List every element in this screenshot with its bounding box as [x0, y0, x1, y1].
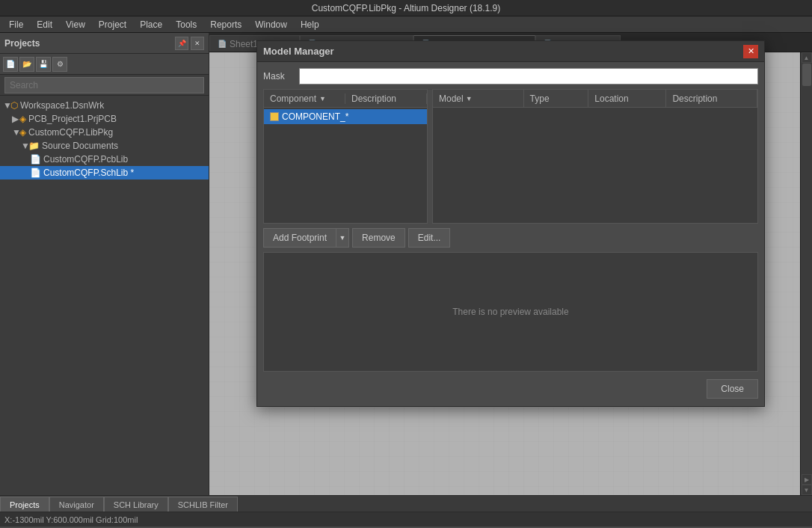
close-button[interactable]: Close	[707, 379, 758, 399]
menu-edit[interactable]: Edit	[31, 18, 58, 31]
tree-workspace-label: Workspace1.DsnWrk	[20, 100, 104, 111]
edit-button[interactable]: Edit...	[408, 228, 451, 248]
toolbar-open-btn[interactable]: 📂	[19, 57, 34, 72]
search-input[interactable]	[4, 77, 204, 93]
tree-libpkg[interactable]: ▼ ◈ CustomCQFP.LibPkg	[0, 126, 209, 139]
modal-footer: Close	[263, 376, 758, 400]
menu-window[interactable]: Window	[249, 18, 293, 31]
modal-body: Mask Component ▼	[257, 62, 764, 406]
bottom-tab-projects[interactable]: Projects	[0, 497, 49, 512]
model-panel: Model ▼ Type Location Desc	[432, 89, 758, 224]
panel-header: Projects 📌 ✕	[0, 33, 209, 54]
model-col-type: Type	[524, 90, 589, 107]
remove-button[interactable]: Remove	[352, 228, 405, 248]
add-footprint-dropdown[interactable]: ▼	[336, 228, 349, 248]
preview-no-data-text: There is no preview available	[452, 307, 568, 317]
tree-pcb-project[interactable]: ▶ ◈ PCB_Project1.PrjPCB	[0, 112, 209, 126]
bottom-tabs: Projects Navigator SCH Library SCHLIB Fi…	[0, 495, 812, 512]
component-panel: Component ▼ Description COMPO	[263, 89, 428, 224]
panel-close-btn[interactable]: ✕	[191, 37, 204, 50]
title-text: CustomCQFP.LibPkg - Altium Designer (18.…	[312, 3, 501, 13]
mask-label: Mask	[263, 71, 293, 82]
toolbar-settings-btn[interactable]: ⚙	[52, 57, 67, 72]
add-footprint-button[interactable]: Add Footprint	[263, 228, 336, 248]
component-icon	[270, 112, 279, 121]
tree-source-docs[interactable]: ▼ 📁 Source Documents	[0, 139, 209, 153]
main-layout: Projects 📌 ✕ 📄 📂 💾 ⚙ ▼ ⬡ Workspace1.DsnW…	[0, 33, 812, 495]
model-col-description: Description	[666, 90, 757, 107]
menu-place[interactable]: Place	[134, 18, 168, 31]
model-col-location: Location	[588, 90, 666, 107]
bottom-tab-navigator[interactable]: Navigator	[49, 497, 104, 512]
tree-view: ▼ ⬡ Workspace1.DsnWrk ▶ ◈ PCB_Project1.P…	[0, 96, 209, 495]
menu-file[interactable]: File	[3, 18, 29, 31]
toolbar-save-btn[interactable]: 💾	[36, 57, 51, 72]
menu-bar: File Edit View Project Place Tools Repor…	[0, 16, 812, 33]
panel-header-icons: 📌 ✕	[175, 37, 204, 50]
bottom-tab-schlib-filter[interactable]: SCHLIB Filter	[168, 497, 238, 512]
mask-input[interactable]	[299, 68, 758, 85]
tree-pcblib-label: CustomCQFP.PcbLib	[43, 154, 128, 165]
tree-libpkg-label: CustomCQFP.LibPkg	[28, 127, 113, 138]
tree-pcblib[interactable]: 📄 CustomCQFP.PcbLib	[0, 153, 209, 166]
component-col: Component ▼	[264, 93, 345, 104]
tree-schlib[interactable]: 📄 CustomCQFP.SchLib *	[0, 166, 209, 179]
tree-schlib-label: CustomCQFP.SchLib *	[43, 168, 134, 178]
status-bar: X:-1300mil Y:600.000mil Grid:100mil	[0, 512, 812, 527]
modal-close-button[interactable]: ✕	[743, 45, 758, 58]
model-headers: Model ▼ Type Location Desc	[433, 90, 757, 108]
tree-workspace[interactable]: ▼ ⬡ Workspace1.DsnWrk	[0, 99, 209, 112]
component-row[interactable]: COMPONENT_*	[264, 109, 427, 124]
model-list	[433, 108, 757, 223]
toolbar-new-btn[interactable]: 📄	[3, 57, 18, 72]
add-footprint-split: Add Footprint ▼	[263, 228, 349, 248]
bottom-tab-sch-library[interactable]: SCH Library	[104, 497, 168, 512]
action-row: Add Footprint ▼ Remove Edit...	[263, 228, 758, 248]
menu-project[interactable]: Project	[93, 18, 132, 31]
tree-pcb-project-label: PCB_Project1.PrjPCB	[28, 114, 117, 124]
panel-title: Projects	[4, 38, 40, 49]
menu-tools[interactable]: Tools	[170, 18, 203, 31]
left-panel: Projects 📌 ✕ 📄 📂 💾 ⚙ ▼ ⬡ Workspace1.DsnW…	[0, 33, 209, 495]
component-list: COMPONENT_*	[264, 108, 427, 223]
description-col: Description	[345, 93, 427, 104]
menu-reports[interactable]: Reports	[204, 18, 247, 31]
modal-overlay: Model Manager ✕ Mask	[209, 33, 812, 495]
modal-title-bar: Model Manager ✕	[257, 41, 764, 62]
model-manager-modal: Model Manager ✕ Mask	[256, 40, 765, 407]
modal-title: Model Manager	[263, 46, 334, 57]
right-content: 📄 Sheet1.SchDoc 📄 CustomCQFP.PcbLib 📄 Cu…	[209, 33, 812, 495]
model-col-model: Model ▼	[433, 90, 524, 107]
panel-toolbar: 📄 📂 💾 ⚙	[0, 54, 209, 75]
search-box	[0, 75, 209, 96]
preview-area: There is no preview available	[263, 252, 758, 372]
model-sort-arrow: ▼	[466, 95, 473, 102]
menu-help[interactable]: Help	[295, 18, 325, 31]
panels-row: Component ▼ Description COMPO	[263, 89, 758, 224]
title-bar: CustomCQFP.LibPkg - Altium Designer (18.…	[0, 0, 812, 16]
mask-row: Mask	[263, 68, 758, 85]
panel-pin-btn[interactable]: 📌	[175, 37, 188, 50]
menu-view[interactable]: View	[60, 18, 91, 31]
tree-source-docs-label: Source Documents	[42, 141, 118, 151]
component-col-header: Component ▼ Description	[264, 90, 427, 108]
status-text: X:-1300mil Y:600.000mil Grid:100mil	[4, 515, 138, 524]
component-sort-arrow: ▼	[319, 95, 326, 102]
